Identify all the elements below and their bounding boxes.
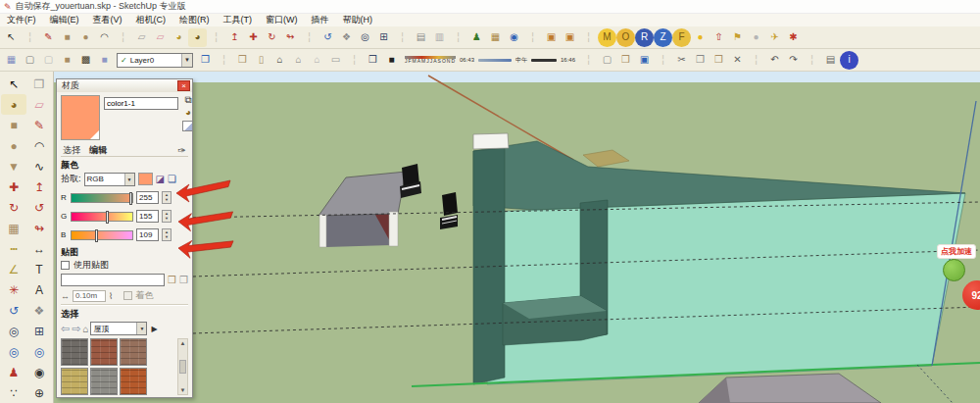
rotate-tool[interactable]: ↻ — [1, 197, 26, 218]
style-wireframe[interactable]: ▢ — [21, 51, 39, 70]
channel-slider[interactable] — [71, 193, 133, 203]
protractor-tool[interactable]: ∠ — [1, 259, 26, 279]
plugin-sphere[interactable]: ● — [747, 28, 765, 47]
picker-combo[interactable]: RGB ▼ — [84, 173, 135, 186]
channel-slider[interactable] — [71, 230, 133, 240]
style-shaded-textures[interactable]: ▩ — [76, 51, 95, 70]
plugin-ball[interactable]: ● — [691, 28, 710, 47]
circle-tool[interactable]: ● — [76, 28, 95, 47]
plugin-o[interactable]: O — [616, 28, 635, 47]
arc-tool[interactable]: ◠ — [95, 28, 114, 47]
menu-window[interactable]: 窗口(W) — [259, 14, 305, 26]
tape-measure-tool[interactable]: ┅ — [1, 238, 26, 259]
text-tool[interactable]: T — [26, 259, 52, 279]
rotate-tool[interactable]: ↻ — [263, 28, 281, 47]
line-tool[interactable]: ✎ — [39, 28, 58, 47]
channel-slider-marker[interactable] — [106, 211, 109, 224]
3d-text-tool[interactable]: A — [26, 279, 52, 300]
texture-thatch[interactable] — [61, 368, 88, 395]
move-tool[interactable]: ✚ — [1, 176, 26, 197]
select-tool[interactable]: ↖ — [1, 74, 26, 94]
select-tool[interactable]: ↖ — [2, 28, 21, 47]
channel-slider-marker[interactable] — [95, 229, 98, 242]
shadow-date-slider[interactable]: JFMAMJJASOND — [405, 56, 456, 64]
plugin-wings[interactable]: ✈ — [765, 28, 784, 47]
position-camera-tool[interactable]: ♟ — [1, 362, 26, 382]
push-pull-tool[interactable]: ↥ — [26, 176, 52, 197]
material-name-input[interactable] — [104, 97, 178, 110]
match-model-color-button[interactable]: ◪ — [156, 174, 165, 184]
house-solid[interactable]: ⌂ — [270, 51, 289, 70]
plugin-f[interactable]: F — [672, 28, 691, 47]
texture-red-shingles[interactable] — [90, 338, 118, 366]
channel-value-field[interactable]: 155 — [136, 210, 159, 223]
add-location[interactable]: ♟ — [467, 28, 486, 47]
rooftop-white-box[interactable] — [473, 133, 509, 149]
toggle-terrain[interactable]: ▦ — [486, 28, 505, 47]
house-roof[interactable]: ⌂ — [289, 51, 308, 70]
zoom-previous-tool[interactable]: ◎ — [1, 341, 26, 362]
axes-tool[interactable]: ✳ — [1, 279, 26, 300]
follow-me-tool[interactable]: ↬ — [281, 28, 300, 47]
default-material-button[interactable] — [182, 121, 192, 131]
info[interactable]: i — [840, 51, 858, 70]
navigation-tool[interactable]: ⊕ — [26, 382, 52, 403]
library-combo-arrow-icon[interactable]: ▼ — [136, 323, 146, 334]
house-outline[interactable]: ⌂ — [308, 51, 326, 70]
offset-tool[interactable]: ↺ — [26, 197, 52, 218]
zoom-extents-tool[interactable]: ⊞ — [374, 28, 393, 47]
model-info-window[interactable]: ▤ — [412, 28, 430, 47]
menu-tools[interactable]: 工具(T) — [217, 14, 260, 26]
style-shaded[interactable]: ■ — [58, 51, 76, 70]
orbit-tool[interactable]: ↺ — [318, 28, 337, 47]
materials-dialog-titlebar[interactable]: 材质 × — [57, 79, 192, 92]
paste[interactable]: ❒ — [710, 51, 728, 70]
create-material-button[interactable]: ◕ — [185, 108, 191, 118]
texture-browse-button[interactable]: ❒ — [168, 275, 176, 285]
circle-tool[interactable]: ● — [1, 135, 26, 156]
plugin-color-wheel[interactable]: ✱ — [784, 28, 803, 47]
eraser-tool[interactable]: ▱ — [26, 94, 52, 115]
paint-bucket-tool[interactable]: ◕ — [170, 28, 188, 47]
plugin-r[interactable]: R — [635, 28, 654, 47]
secondary-pane-button[interactable]: ⧉ — [184, 95, 191, 105]
dimension-tool[interactable]: ↔ — [26, 238, 52, 259]
style-hidden-line[interactable]: ▢ — [39, 51, 58, 70]
make-component-tool[interactable]: ▱ — [132, 28, 151, 47]
texture-gray-shingles[interactable] — [61, 338, 88, 366]
zoom-tool[interactable]: ◎ — [1, 321, 26, 341]
get-models[interactable]: ▣ — [542, 28, 561, 47]
paint-bucket-active[interactable]: ◕ — [188, 28, 207, 47]
menu-help[interactable]: 帮助(H) — [336, 14, 380, 26]
library-combo[interactable]: 屋顶 ▼ — [90, 322, 147, 335]
plan-view[interactable]: ▭ — [326, 51, 345, 70]
orbit-tool[interactable]: ↺ — [1, 300, 26, 321]
shadow-time-slider[interactable] — [478, 59, 512, 62]
picker-combo-arrow-icon[interactable]: ▼ — [124, 174, 134, 185]
look-around-tool[interactable]: ◉ — [26, 362, 52, 382]
menu-edit[interactable]: 编辑(E) — [43, 14, 86, 26]
channel-value-field[interactable]: 255 — [136, 191, 159, 204]
layer-combo[interactable]: ✓ Layer0 ▼ — [117, 53, 193, 68]
pan-tool[interactable]: ❖ — [26, 300, 52, 321]
rectangle-tool[interactable]: ■ — [1, 115, 26, 135]
plugin-z[interactable]: Z — [654, 28, 672, 47]
texture-preview-button[interactable]: ❐ — [179, 275, 188, 285]
open-file[interactable]: ❒ — [616, 51, 635, 70]
tab-edit[interactable]: 编辑 — [89, 144, 107, 157]
library-detail-button[interactable]: ▶ — [151, 325, 157, 333]
use-texture-checkbox[interactable] — [61, 261, 70, 270]
plugin-up[interactable]: ⇧ — [710, 28, 728, 47]
new-file[interactable]: ▢ — [598, 51, 616, 70]
eraser-tool[interactable]: ▱ — [151, 28, 170, 47]
save-file[interactable]: ▣ — [635, 51, 654, 70]
eyedropper-icon[interactable]: ✑ — [178, 145, 186, 156]
push-pull-tool[interactable]: ↥ — [225, 28, 244, 47]
texture-orange-tile[interactable] — [120, 368, 147, 395]
nav-back-icon[interactable]: ⇦ — [61, 323, 70, 335]
channel-spinner[interactable]: ▲▼ — [162, 210, 172, 223]
follow-me-tool[interactable]: ↬ — [26, 218, 52, 238]
scroll-down-icon[interactable]: ▼ — [180, 387, 186, 393]
menu-view[interactable]: 查看(V) — [86, 14, 129, 26]
undo[interactable]: ↶ — [765, 51, 784, 70]
